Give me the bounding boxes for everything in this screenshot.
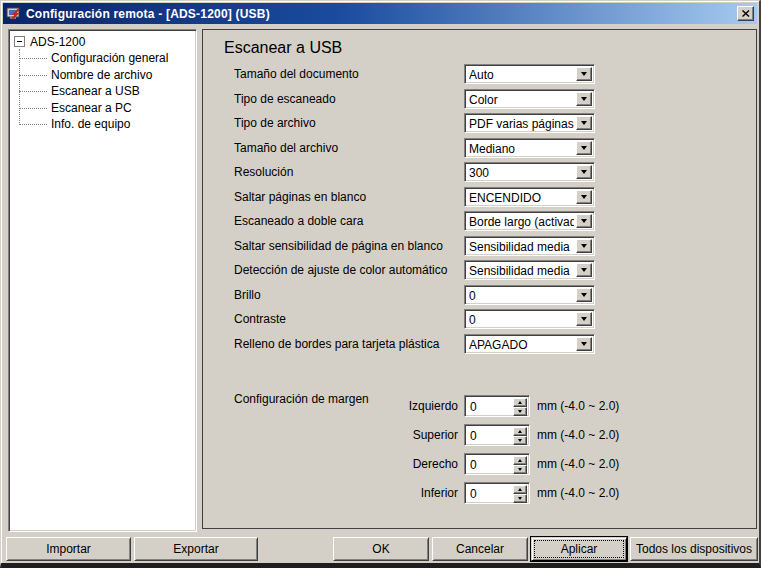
margin-row: Superior 0 mm (-4.0 ~ 2.0) <box>203 424 756 446</box>
spin-down-button[interactable] <box>513 465 527 474</box>
field-label: Detección de ajuste de color automático <box>234 263 447 277</box>
chevron-down-icon <box>581 219 587 223</box>
tree-root-ads-1200[interactable]: ADS-1200 <box>11 33 194 50</box>
chevron-down-icon <box>581 195 587 199</box>
field-label: Saltar páginas en blanco <box>234 190 366 204</box>
dropdown-value: 0 <box>469 289 574 303</box>
dropdown-value: Borde largo (activado) <box>469 215 574 229</box>
chevron-down-icon <box>581 293 587 297</box>
tree-root-label: ADS-1200 <box>30 35 85 49</box>
contrast-dropdown[interactable]: 0 <box>464 309 595 329</box>
triangle-up-icon <box>518 459 522 462</box>
triangle-down-icon <box>518 468 522 471</box>
sidebar-item-nombre-de-archivo[interactable]: Nombre de archivo <box>11 67 194 84</box>
dropdown-arrow-button[interactable] <box>576 190 592 204</box>
device-tree-panel: ADS-1200 Configuración general Nombre de… <box>8 29 197 532</box>
resolution-dropdown[interactable]: 300 <box>464 162 595 182</box>
dropdown-arrow-button[interactable] <box>576 337 592 351</box>
file-size-dropdown[interactable]: Mediano <box>464 138 595 158</box>
sidebar-item-escanear-a-usb[interactable]: Escanear a USB <box>11 83 194 100</box>
triangle-up-icon <box>518 430 522 433</box>
ok-button[interactable]: OK <box>333 537 429 561</box>
right-margin-spinner[interactable]: 0 <box>464 453 530 475</box>
triangle-up-icon <box>518 401 522 404</box>
spinner-value: 0 <box>470 487 477 501</box>
chevron-down-icon <box>581 72 587 76</box>
field-label: Superior <box>413 428 458 442</box>
all-devices-button[interactable]: Todos los dispositivos <box>630 537 758 561</box>
chevron-down-icon <box>581 268 587 272</box>
spin-down-button[interactable] <box>513 494 527 503</box>
dropdown-value: 0 <box>469 313 574 327</box>
dropdown-value: APAGADO <box>469 338 574 352</box>
field-label: Izquierdo <box>409 399 458 413</box>
export-button[interactable]: Exportar <box>134 537 258 561</box>
dropdown-arrow-button[interactable] <box>576 239 592 253</box>
dropdown-arrow-button[interactable] <box>576 214 592 228</box>
spin-up-button[interactable] <box>513 398 527 407</box>
collapse-icon[interactable] <box>14 36 25 47</box>
margin-row: Inferior 0 mm (-4.0 ~ 2.0) <box>203 482 756 504</box>
field-label: Relleno de bordes para tarjeta plástica <box>234 337 439 351</box>
dropdown-arrow-button[interactable] <box>576 116 592 130</box>
margin-settings: Izquierdo 0 mm (-4.0 ~ 2.0) Superior 0 <box>203 395 756 511</box>
spin-up-button[interactable] <box>513 427 527 436</box>
left-margin-spinner[interactable]: 0 <box>464 395 530 417</box>
sidebar-item-info-de-equipo[interactable]: Info. de equipo <box>11 116 194 133</box>
chevron-down-icon <box>581 146 587 150</box>
chevron-down-icon <box>581 342 587 346</box>
form-row: Tipo de escaneado Color <box>203 89 756 109</box>
form-row: Contraste 0 <box>203 309 756 329</box>
form-row: Resolución 300 <box>203 162 756 182</box>
window-title: Configuración remota - [ADS-1200] (USB) <box>26 7 737 21</box>
spin-up-button[interactable] <box>513 485 527 494</box>
dropdown-arrow-button[interactable] <box>576 92 592 106</box>
title-bar[interactable]: Configuración remota - [ADS-1200] (USB) <box>3 3 757 24</box>
settings-form: Tamaño del documento Auto Tipo de escane… <box>203 64 756 358</box>
auto-color-detection-dropdown[interactable]: Sensibilidad media <box>464 260 595 280</box>
document-size-dropdown[interactable]: Auto <box>464 64 595 84</box>
dropdown-arrow-button[interactable] <box>576 263 592 277</box>
field-label: Saltar sensibilidad de página en blanco <box>234 239 443 253</box>
cancel-button[interactable]: Cancelar <box>432 537 528 561</box>
scan-type-dropdown[interactable]: Color <box>464 89 595 109</box>
dropdown-arrow-button[interactable] <box>576 288 592 302</box>
top-margin-spinner[interactable]: 0 <box>464 424 530 446</box>
plastic-card-edge-fill-dropdown[interactable]: APAGADO <box>464 334 595 354</box>
file-type-dropdown[interactable]: PDF varias páginas <box>464 113 595 133</box>
bottom-margin-spinner[interactable]: 0 <box>464 482 530 504</box>
margin-row: Derecho 0 mm (-4.0 ~ 2.0) <box>203 453 756 475</box>
field-label: Resolución <box>234 165 293 179</box>
sidebar-item-configuracion-general[interactable]: Configuración general <box>11 50 194 67</box>
dropdown-arrow-button[interactable] <box>576 141 592 155</box>
field-label: Tamaño del archivo <box>234 141 338 155</box>
form-row: Tipo de archivo PDF varias páginas <box>203 113 756 133</box>
page-title: Escanear a USB <box>224 39 342 57</box>
duplex-scan-dropdown[interactable]: Borde largo (activado) <box>464 211 595 231</box>
spin-down-button[interactable] <box>513 407 527 416</box>
spin-down-button[interactable] <box>513 436 527 445</box>
import-button[interactable]: Importar <box>6 537 131 561</box>
skip-blank-page-dropdown[interactable]: ENCENDIDO <box>464 187 595 207</box>
spin-up-button[interactable] <box>513 456 527 465</box>
apply-button[interactable]: Aplicar <box>531 537 627 561</box>
dropdown-arrow-button[interactable] <box>576 165 592 179</box>
dropdown-arrow-button[interactable] <box>576 312 592 326</box>
chevron-down-icon <box>581 317 587 321</box>
brightness-dropdown[interactable]: 0 <box>464 285 595 305</box>
chevron-down-icon <box>581 97 587 101</box>
remote-setup-window: Configuración remota - [ADS-1200] (USB) … <box>0 0 761 568</box>
close-button[interactable] <box>737 6 754 21</box>
field-label: Contraste <box>234 312 286 326</box>
unit-range-label: mm (-4.0 ~ 2.0) <box>537 428 619 442</box>
sidebar-item-escanear-a-pc[interactable]: Escanear a PC <box>11 100 194 117</box>
field-label: Tipo de escaneado <box>234 92 336 106</box>
blank-page-sensitivity-dropdown[interactable]: Sensibilidad media <box>464 236 595 256</box>
form-row: Brillo 0 <box>203 285 756 305</box>
scan-to-usb-panel: Escanear a USB Tamaño del documento Auto… <box>202 29 757 529</box>
tree-children: Configuración general Nombre de archivo … <box>11 50 194 133</box>
chevron-down-icon <box>581 170 587 174</box>
dropdown-value: 300 <box>469 166 574 180</box>
dropdown-arrow-button[interactable] <box>576 67 592 81</box>
form-row: Detección de ajuste de color automático … <box>203 260 756 280</box>
